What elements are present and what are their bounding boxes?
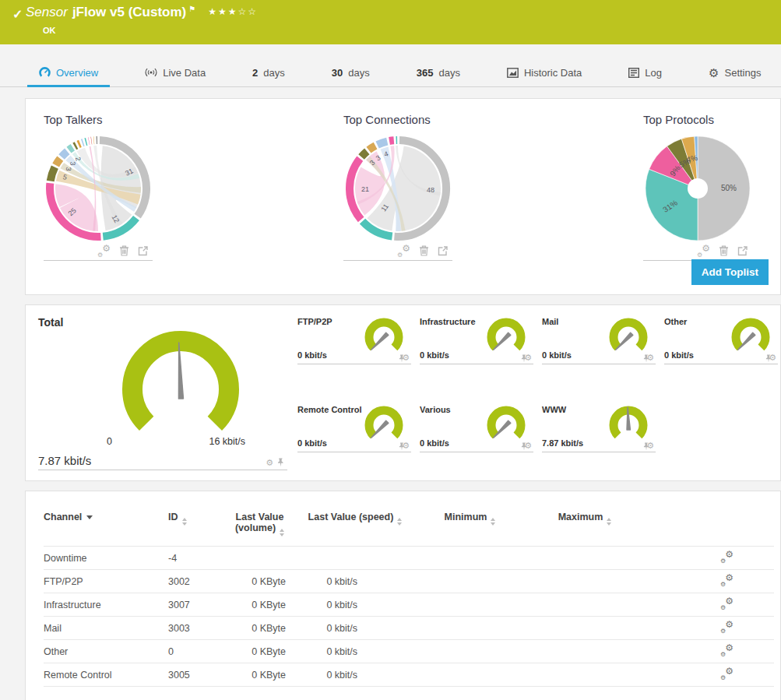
- table-header-row: Channel ID Last Value (volume) Last Valu…: [44, 512, 774, 547]
- cell-last-value-speed: 0 kbit/s: [297, 570, 413, 593]
- cell-last-value-speed: [297, 547, 413, 570]
- broadcast-icon: [145, 67, 157, 78]
- cell-channel: Other: [44, 640, 168, 663]
- column-header-channel[interactable]: Channel: [44, 512, 168, 547]
- channel-settings-icon[interactable]: ⚙⚙: [721, 575, 734, 586]
- tab-overview[interactable]: Overview: [27, 58, 110, 86]
- channel-gauge-ftp-p2p: FTP/P2P0 kbit/s⚙: [297, 316, 411, 364]
- cell-actions: ⚙⚙: [643, 593, 774, 617]
- channel-gauge-value: 0 kbit/s: [420, 438, 449, 448]
- column-header-last-value-speed[interactable]: Last Value (speed): [297, 512, 413, 547]
- channel-settings-icon[interactable]: ⚙⚙: [721, 668, 734, 679]
- top-talkers-chord-chart[interactable]: 3112255332: [44, 134, 153, 243]
- tab-historic-data[interactable]: Historic Data: [495, 58, 593, 86]
- cell-minimum: [413, 617, 526, 640]
- gauges-panel: Total 0 16 kbit/s 7.87 kbit/s ⚙ FTP/P2P0…: [25, 304, 781, 481]
- log-icon: [628, 68, 639, 78]
- priority-stars[interactable]: ★★★☆☆: [208, 6, 258, 17]
- tab-30-days[interactable]: 30days: [320, 58, 382, 86]
- cell-id: 3002: [168, 570, 223, 593]
- cogs-icon[interactable]: ⚙⚙: [698, 245, 710, 256]
- sort-icon: [182, 518, 187, 526]
- cell-channel: Mail: [44, 617, 168, 640]
- top-connections-chord-chart[interactable]: 482111334: [343, 134, 452, 243]
- gear-icon[interactable]: ⚙: [266, 459, 273, 467]
- cell-maximum: [526, 617, 643, 640]
- toplist-footer: ⚙⚙: [643, 244, 752, 261]
- column-header-maximum[interactable]: Maximum: [526, 512, 643, 547]
- column-header-minimum[interactable]: Minimum: [413, 512, 526, 547]
- column-header-id[interactable]: ID: [168, 512, 223, 547]
- toplists-panel: Top Talkers 3112255332 ⚙⚙ Top Connection…: [25, 98, 781, 295]
- channel-gauge-value: 0 kbit/s: [542, 350, 572, 360]
- external-link-icon[interactable]: [737, 246, 748, 256]
- external-link-icon[interactable]: [438, 246, 448, 256]
- cogs-icon[interactable]: ⚙⚙: [398, 245, 410, 256]
- total-gauge-value: 7.87 kbit/s: [38, 454, 91, 467]
- channel-settings-icon[interactable]: ⚙⚙: [721, 598, 734, 609]
- total-gauge: [107, 329, 255, 444]
- svg-text:3: 3: [65, 167, 72, 171]
- gauge-icon: [39, 67, 51, 79]
- cell-maximum: [526, 570, 643, 593]
- sort-icon: [607, 518, 611, 526]
- tab-log[interactable]: Log: [617, 58, 674, 86]
- table-row-downtime: Downtime-4⚙⚙: [44, 547, 774, 570]
- cell-maximum: [526, 593, 643, 617]
- channel-gauge: [484, 317, 529, 356]
- pin-icon[interactable]: [277, 458, 284, 467]
- trash-icon[interactable]: [119, 245, 129, 256]
- tab-2-days[interactable]: 2days: [241, 58, 297, 86]
- sort-icon: [397, 518, 402, 526]
- toplist-top-connections: Top Connections 482111334 ⚙⚙: [343, 113, 452, 294]
- cell-actions: ⚙⚙: [643, 663, 774, 687]
- channel-gauge: [361, 317, 406, 356]
- page-title: jFlow v5 (Custom): [72, 5, 186, 19]
- channel-settings-icon[interactable]: ⚙⚙: [721, 621, 734, 632]
- channel-settings-icon[interactable]: ⚙⚙: [721, 645, 734, 656]
- toplist-title: Top Connections: [343, 113, 452, 126]
- cell-last-value-speed: 0 kbit/s: [297, 663, 413, 687]
- top-protocols-pie-chart[interactable]: 50%31%9%5%4%: [643, 134, 752, 243]
- total-gauge-scale: 0 16 kbit/s: [107, 436, 245, 447]
- cell-channel: Remote Control: [44, 663, 168, 687]
- status-badge: OK: [43, 26, 56, 35]
- trash-icon[interactable]: [719, 245, 729, 256]
- sensor-type-label: Sensor: [26, 5, 68, 19]
- channel-gauge-value: 0 kbit/s: [297, 438, 327, 448]
- channel-gauge-name: WWW: [542, 405, 566, 414]
- channels-table-panel: Channel ID Last Value (volume) Last Valu…: [25, 491, 781, 700]
- cell-minimum: [413, 640, 526, 663]
- svg-text:48: 48: [427, 186, 434, 194]
- external-link-icon[interactable]: [138, 246, 148, 256]
- channel-gauge-grid: FTP/P2P0 kbit/s⚙Infrastructure0 kbit/s⚙M…: [297, 316, 778, 480]
- tab-settings[interactable]: ⚙Settings: [697, 58, 772, 86]
- cell-minimum: [413, 570, 526, 593]
- svg-text:3: 3: [69, 161, 76, 166]
- channel-settings-icon[interactable]: ⚙⚙: [721, 551, 734, 562]
- cell-last-value-volume: 0 KByte: [223, 570, 297, 593]
- channel-gauge: [484, 405, 529, 444]
- trash-icon[interactable]: [419, 245, 429, 256]
- add-toplist-button[interactable]: Add Toplist: [691, 259, 769, 285]
- channel-gauge: [606, 317, 651, 356]
- svg-text:50%: 50%: [721, 184, 737, 192]
- sensor-header: ✓ SensorjFlow v5 (Custom)⚑★★★☆☆ OK: [0, 0, 781, 44]
- cogs-icon[interactable]: ⚙⚙: [98, 245, 111, 256]
- cell-actions: ⚙⚙: [643, 570, 774, 593]
- tab-live-data[interactable]: Live Data: [133, 58, 217, 86]
- channel-gauge: [606, 405, 651, 444]
- cell-minimum: [413, 593, 526, 617]
- cell-last-value-speed: 0 kbit/s: [297, 640, 413, 663]
- tab-bar: OverviewLive Data2days30days365daysHisto…: [0, 58, 781, 87]
- table-row-mail: Mail30030 KByte0 kbit/s⚙⚙: [44, 617, 774, 640]
- tab-365-days[interactable]: 365days: [405, 58, 472, 86]
- column-header-last-value-volume[interactable]: Last Value (volume): [223, 512, 297, 547]
- flag-icon[interactable]: ⚑: [188, 5, 195, 13]
- gear-icon: ⚙: [709, 67, 719, 79]
- total-gauge-title: Total: [38, 316, 287, 329]
- sort-icon: [280, 529, 284, 536]
- sensor-title-row: SensorjFlow v5 (Custom)⚑★★★☆☆: [26, 5, 258, 20]
- channel-gauge-name: Remote Control: [297, 405, 362, 414]
- cell-channel: Infrastructure: [44, 593, 168, 617]
